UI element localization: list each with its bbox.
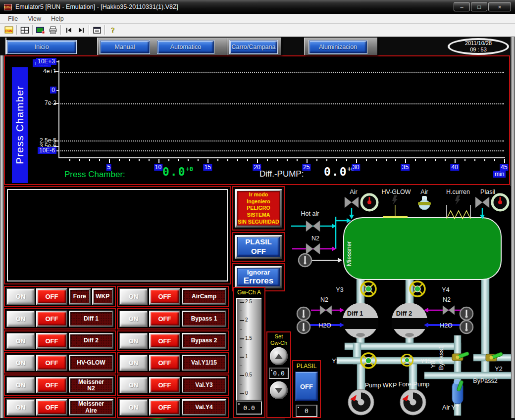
window-split-icon[interactable] (18, 25, 31, 36)
glow-electrode (383, 216, 408, 218)
window-title: Emulator5 [RUN - Emulation] - [Hakko35-2… (15, 3, 178, 10)
close-button[interactable]: × (488, 2, 511, 11)
off-button[interactable]: OFF (149, 377, 180, 393)
pressure-trend-chart: mbar Press Chamber min Press Chamber: 0.… (4, 55, 510, 185)
x-axis-tick (356, 159, 357, 163)
on-button[interactable]: ON (6, 355, 35, 371)
off-button[interactable]: OFF (149, 311, 180, 327)
on-button[interactable]: ON (119, 333, 148, 349)
on-button[interactable]: ON (119, 377, 148, 393)
off-button[interactable]: OFF (149, 288, 180, 305)
vacuum-chamber (344, 218, 501, 280)
x-axis-tick (405, 159, 406, 163)
clock-display: 2011/10/28 09 : 53 (448, 38, 509, 55)
y8-label: Y8 (430, 361, 437, 368)
plasil-toggle-button[interactable]: OFF (295, 372, 318, 401)
off-button[interactable]: OFF (36, 377, 67, 393)
diff-pump-readout-value: 0.0+0 (324, 165, 355, 178)
tab-inicio[interactable]: Inicio (7, 41, 76, 53)
menu-item-view[interactable]: View (23, 15, 46, 23)
tab-carro-campana[interactable]: Carro/Campana (230, 41, 277, 53)
hot-air-label: Hot air (301, 210, 319, 217)
x-axis-tick (395, 159, 396, 161)
tab-aluminizacion[interactable]: Aluminizacion (309, 41, 367, 53)
plasil-off-button[interactable]: PLASIL OFF (235, 235, 282, 259)
off-button[interactable]: OFF (36, 355, 67, 371)
screen-icon[interactable] (34, 25, 47, 36)
on-button[interactable]: ON (6, 377, 35, 393)
on-button[interactable]: ON (119, 288, 148, 305)
x-axis-tick (178, 159, 179, 161)
app-icon: Emu (4, 4, 12, 10)
plasil-title: PLASIL (297, 363, 317, 370)
press-chamber-readout-label: Press Chamber: (64, 170, 125, 180)
chart-gridline (60, 103, 504, 104)
off-button[interactable]: OFF (149, 355, 180, 371)
off-button[interactable]: OFF (36, 399, 67, 416)
gauge-minor-tick (240, 384, 242, 384)
step-forward-icon[interactable] (75, 25, 87, 36)
on-button[interactable]: ON (6, 288, 35, 305)
ignore-errors-button[interactable]: Ignorar Errores (235, 266, 282, 288)
menu-item-file[interactable]: File (3, 15, 23, 23)
on-button[interactable]: ON (119, 311, 148, 327)
n2-right-label: N2 (443, 296, 451, 303)
print-icon[interactable] (47, 25, 59, 36)
switch-row: ONOFFBypass 2 (117, 330, 229, 352)
help-icon[interactable]: ? (106, 25, 119, 36)
on-button[interactable]: ON (119, 399, 148, 416)
x-axis-tick (237, 159, 238, 161)
y3-label: Y3 (336, 286, 343, 293)
air-y7-valve[interactable] (452, 379, 464, 404)
x-axis-tick (336, 159, 337, 161)
chart-gridline (60, 150, 504, 151)
x-axis-tick (267, 159, 268, 161)
x-axis-tick (227, 159, 228, 161)
off-button[interactable]: OFF (149, 399, 180, 416)
y-axis-label: 10E+3 (5, 58, 56, 65)
on-button[interactable]: ON (6, 333, 35, 349)
gauge-tick (240, 302, 244, 303)
off-button[interactable]: OFF (149, 333, 180, 349)
x-axis-label: 10 (154, 164, 162, 171)
edge-highlight (5, 38, 6, 54)
on-button[interactable]: ON (119, 355, 148, 371)
on-button[interactable]: ON (6, 399, 35, 416)
diff-pump-2: Diff 2 (392, 303, 427, 338)
step-back-icon[interactable] (62, 25, 75, 36)
decrease-button[interactable] (270, 381, 288, 399)
increase-button[interactable] (270, 347, 288, 365)
hv-glow-label: HV-GLOW (381, 188, 411, 195)
off-button[interactable]: OFF (36, 311, 67, 327)
tab-automatico[interactable]: Automatico (157, 41, 214, 53)
x-axis-tick (464, 159, 465, 161)
on-button[interactable]: ON (6, 311, 35, 327)
x-axis-label: 5 (106, 164, 111, 171)
arrow-up-icon (275, 354, 283, 359)
off-button[interactable]: OFF (36, 333, 67, 349)
off-button[interactable]: OFF (36, 288, 67, 305)
emulator-window: Emu Emulator5 [RUN - Emulation] - [Hakko… (0, 0, 515, 420)
tab-manual[interactable]: Manual (100, 41, 150, 53)
menu-item-help[interactable]: Help (46, 15, 69, 23)
switch-grid-right: ONOFFAirCampONOFFBypass 1ONOFFBypass 2ON… (117, 286, 229, 418)
y-axis-label: 7e-2 (5, 99, 56, 106)
run-icon[interactable]: RUN (2, 25, 15, 36)
gauge-minor-tick (240, 366, 242, 366)
sensor-gauge-icon (297, 321, 310, 333)
switch-label-val-y4: Val.Y4 (182, 399, 226, 416)
toolbar-separator (60, 25, 61, 35)
clock-time: 09 : 53 (470, 47, 487, 53)
gauge-tick-label: 0 (245, 390, 248, 396)
gauge-tick (240, 393, 244, 394)
engineer-mode-button[interactable]: Ir modo Ingeniero PELIGRO SISTEMA SIN SE… (235, 189, 282, 228)
maximize-button[interactable]: □ (471, 2, 487, 11)
x-axis-tick (139, 159, 140, 161)
gwch-gauge-panel: Gw-Ch A 2.521.510.50 0.0 (233, 287, 265, 418)
report-icon[interactable] (91, 25, 103, 36)
minimize-button[interactable]: – (454, 2, 470, 11)
air-y7-label: Air Y7 (442, 404, 459, 411)
x-axis-label: 15 (204, 164, 212, 171)
toolbar: RUN? (0, 24, 515, 37)
bypass1-label: ByPass1 (438, 346, 445, 370)
